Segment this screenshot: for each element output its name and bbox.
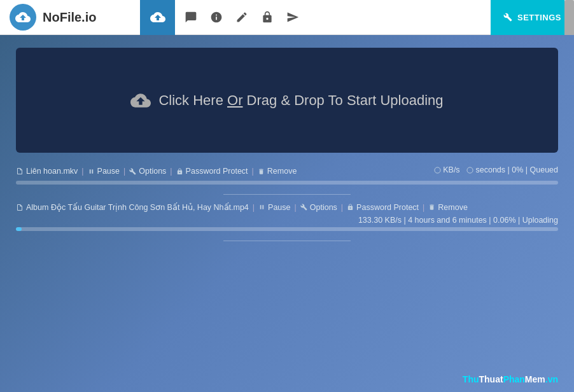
progress-bar-fill-2 — [16, 227, 22, 231]
sep-8: | — [423, 203, 424, 212]
progress-bar-bg-2 — [16, 227, 558, 231]
progress-bar-bg-1 — [16, 181, 558, 185]
remove-btn-1[interactable]: Remove — [258, 167, 297, 176]
options-icon-2 — [300, 204, 307, 211]
upload-tab[interactable] — [140, 0, 175, 35]
settings-label: SETTINGS — [517, 13, 561, 22]
drop-zone-text: Click Here Or Drag & Drop To Start Uploa… — [158, 92, 443, 109]
remove-btn-2[interactable]: Remove — [428, 203, 468, 212]
wrench-icon — [503, 13, 512, 22]
options-btn-2[interactable]: Options — [300, 203, 337, 212]
nav-icons — [175, 11, 309, 24]
file-name-1: Liên hoan.mkv — [16, 167, 78, 176]
svg-point-0 — [435, 167, 440, 173]
watermark-thu: Thu — [463, 374, 479, 384]
sep-1: | — [81, 167, 83, 176]
upload-item-2-header: Album Độc Tấu Guitar Trịnh Công Sơn Bất … — [16, 202, 558, 212]
file-icon-1 — [16, 167, 24, 175]
password-protect-btn-2[interactable]: Password Protect — [347, 203, 419, 212]
options-btn-1[interactable]: Options — [129, 167, 166, 176]
pause-icon-1 — [88, 168, 95, 175]
settings-button[interactable]: SETTINGS — [491, 0, 574, 35]
filename-2-text: Album Độc Tấu Guitar Trịnh Công Sơn Bất … — [26, 202, 249, 212]
pause-btn-1[interactable]: Pause — [88, 167, 120, 176]
sep-7: | — [341, 203, 343, 212]
upload-status-2-text: 133.30 KB/s | 4 hours and 6 minutes | 0.… — [358, 216, 558, 225]
pause-icon-2 — [258, 204, 265, 211]
watermark: ThuThuatPhanMem.vn — [463, 374, 558, 384]
watermark-phan: Phan — [503, 374, 525, 384]
svg-point-1 — [467, 167, 473, 173]
divider-1 — [223, 194, 351, 195]
header: NoFile.io SETTINGS — [0, 0, 574, 35]
watermark-thuat: Thuat — [479, 374, 503, 384]
time-icon-1 — [466, 167, 473, 174]
send-icon[interactable] — [286, 11, 299, 24]
trash-icon-1 — [258, 168, 265, 175]
sep-4: | — [252, 167, 254, 176]
lock-icon[interactable] — [261, 11, 274, 24]
watermark-mem: Mem — [525, 374, 545, 384]
sep-5: | — [253, 203, 255, 212]
edit-icon[interactable] — [235, 11, 248, 24]
chat-icon[interactable] — [185, 11, 197, 24]
file-name-2: Album Độc Tấu Guitar Trịnh Công Sơn Bất … — [16, 202, 249, 212]
filename-1-text: Liên hoan.mkv — [26, 167, 78, 176]
sep-6: | — [295, 203, 297, 212]
upload-item-1-header: Liên hoan.mkv | Pause | Options | Passwo… — [16, 165, 558, 177]
upload-status-1: KB/s seconds | 0% | Queued — [434, 165, 558, 174]
drop-zone[interactable]: Click Here Or Drag & Drop To Start Uploa… — [16, 48, 558, 153]
lock-icon-1 — [176, 168, 183, 175]
pause-btn-2[interactable]: Pause — [258, 203, 290, 212]
upload-item-2: Album Độc Tấu Guitar Trịnh Công Sơn Bất … — [16, 202, 558, 231]
trash-icon-2 — [428, 204, 435, 211]
divider-2 — [223, 241, 351, 241]
main-content: Click Here Or Drag & Drop To Start Uploa… — [0, 35, 574, 392]
sep-2: | — [123, 167, 125, 176]
options-icon-1 — [129, 168, 136, 175]
upload-item-1: Liên hoan.mkv | Pause | Options | Passwo… — [16, 165, 558, 185]
file-icon-2 — [16, 204, 24, 211]
watermark-vn: vn — [548, 374, 558, 384]
password-protect-btn-1[interactable]: Password Protect — [176, 167, 248, 176]
info-icon[interactable] — [210, 11, 223, 24]
upload-cloud-icon — [130, 90, 151, 111]
logo-icon — [10, 4, 36, 31]
speed-icon-1 — [434, 167, 441, 174]
upload-status-2: 133.30 KB/s | 4 hours and 6 minutes | 0.… — [16, 216, 558, 225]
logo-area: NoFile.io — [0, 4, 140, 31]
lock-icon-2 — [347, 204, 354, 211]
logo-text: NoFile.io — [43, 10, 96, 25]
sep-3: | — [170, 167, 172, 176]
drop-zone-content: Click Here Or Drag & Drop To Start Uploa… — [130, 90, 443, 111]
